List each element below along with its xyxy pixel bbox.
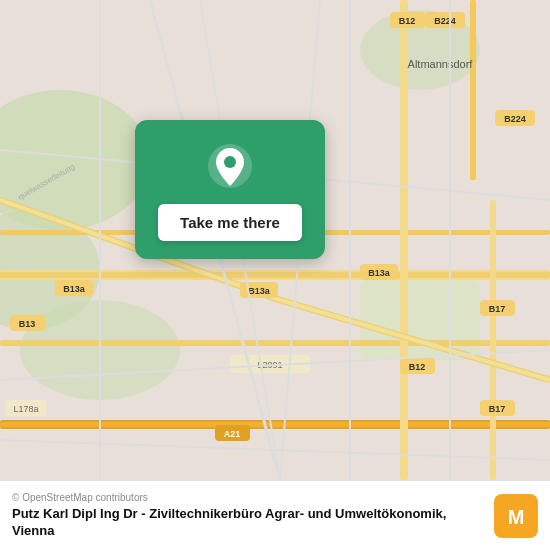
svg-rect-7 — [0, 272, 550, 278]
svg-text:B224: B224 — [504, 114, 526, 124]
info-bar: © OpenStreetMap contributors Putz Karl D… — [0, 480, 550, 550]
svg-text:B13a: B13a — [63, 284, 86, 294]
svg-text:Altmannsdorf: Altmannsdorf — [408, 58, 474, 70]
copyright-line: © OpenStreetMap contributors — [12, 492, 484, 503]
svg-text:L178a: L178a — [13, 404, 38, 414]
svg-text:M: M — [508, 506, 525, 528]
popup-card: Take me there — [135, 120, 325, 259]
moovit-logo[interactable]: M — [494, 494, 538, 538]
location-title: Putz Karl Dipl Ing Dr - Ziviltechnikerbü… — [12, 506, 484, 540]
svg-rect-11 — [0, 422, 550, 427]
svg-text:A21: A21 — [224, 429, 241, 439]
svg-text:B17: B17 — [489, 304, 506, 314]
popup-overlay: Take me there — [130, 120, 330, 259]
svg-text:B12: B12 — [399, 16, 416, 26]
info-text-block: © OpenStreetMap contributors Putz Karl D… — [12, 492, 484, 540]
svg-text:B12: B12 — [409, 362, 426, 372]
svg-text:B13: B13 — [19, 319, 36, 329]
svg-text:B13a: B13a — [248, 286, 271, 296]
svg-rect-12 — [400, 0, 408, 480]
svg-text:B13a: B13a — [368, 268, 391, 278]
svg-text:B224: B224 — [434, 16, 456, 26]
take-me-there-button[interactable]: Take me there — [158, 204, 302, 241]
svg-rect-5 — [360, 280, 480, 360]
location-pin-icon — [206, 142, 254, 190]
map-view[interactable]: L2091 B13a B13a B13a B13 B224 B224 B12 B… — [0, 0, 550, 480]
svg-rect-13 — [490, 200, 496, 480]
svg-text:B17: B17 — [489, 404, 506, 414]
svg-point-57 — [224, 156, 236, 168]
moovit-icon: M — [494, 494, 538, 538]
svg-rect-14 — [470, 0, 476, 180]
svg-rect-9 — [0, 340, 550, 346]
